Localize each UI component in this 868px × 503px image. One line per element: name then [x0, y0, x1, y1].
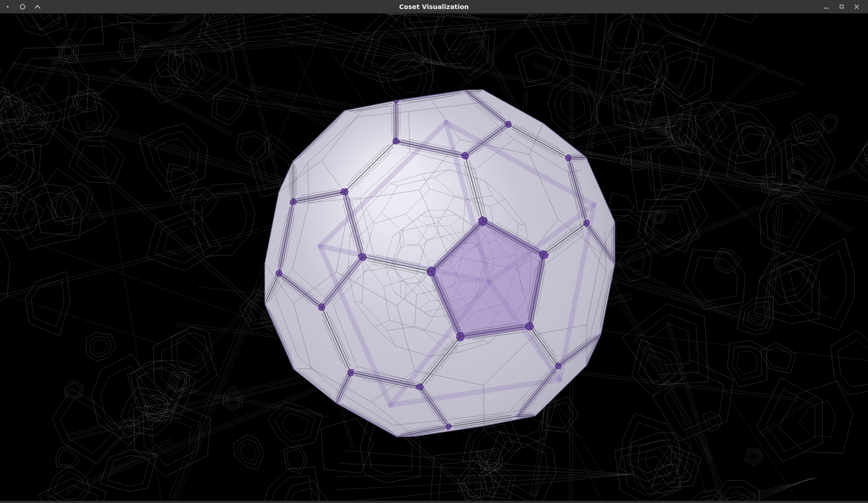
maximize-button[interactable]	[834, 0, 849, 13]
minimize-button[interactable]	[818, 0, 834, 13]
bottom-bar	[0, 501, 868, 503]
window-title: Coset Visualization	[0, 3, 868, 10]
window-controls	[818, 0, 868, 13]
chevron-up-icon[interactable]	[30, 0, 45, 13]
visualization-canvas[interactable]	[0, 0, 868, 503]
app-window: Coset Visualization	[0, 0, 868, 503]
circle-icon[interactable]	[15, 0, 30, 13]
close-button[interactable]	[849, 0, 864, 13]
dot-icon	[0, 0, 15, 13]
window-titlebar: Coset Visualization	[0, 0, 868, 14]
titlebar-left-icons	[0, 0, 45, 13]
